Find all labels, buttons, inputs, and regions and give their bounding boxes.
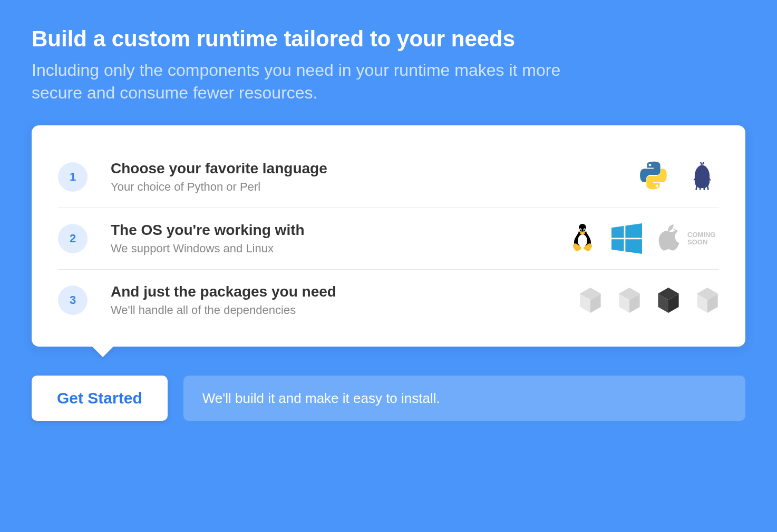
page-title: Build a custom runtime tailored to your … xyxy=(32,26,745,52)
windows-icon xyxy=(611,223,642,254)
package-icon-selected xyxy=(657,288,680,313)
package-icon xyxy=(579,288,602,313)
python-icon xyxy=(638,161,669,193)
perl-icon xyxy=(685,162,719,192)
svg-point-0 xyxy=(697,170,707,179)
svg-point-5 xyxy=(578,234,587,247)
package-icon xyxy=(696,288,719,313)
step-subtitle: Your choice of Python or Perl xyxy=(111,180,638,194)
package-icon xyxy=(618,288,641,313)
linux-icon xyxy=(569,223,596,254)
apple-coming-soon: COMING SOON xyxy=(658,224,719,253)
step-language: 1 Choose your favorite language Your cho… xyxy=(58,146,719,208)
step-number-badge: 2 xyxy=(58,224,88,253)
step-title: The OS you're working with xyxy=(111,222,569,239)
step-text: The OS you're working with We support Wi… xyxy=(111,222,569,255)
footer-note-text: We'll build it and make it easy to insta… xyxy=(202,390,440,407)
step-packages: 3 And just the packages you need We'll h… xyxy=(58,270,719,331)
step-text: Choose your favorite language Your choic… xyxy=(111,160,638,194)
header: Build a custom runtime tailored to your … xyxy=(32,26,745,104)
step-icons xyxy=(579,288,719,313)
get-started-button[interactable]: Get Started xyxy=(32,376,168,421)
page-subtitle: Including only the components you need i… xyxy=(32,59,611,104)
step-subtitle: We'll handle all of the dependencies xyxy=(111,303,579,317)
step-icons xyxy=(638,161,719,193)
step-text: And just the packages you need We'll han… xyxy=(111,283,579,317)
footer-note: We'll build it and make it easy to insta… xyxy=(183,376,745,421)
step-title: Choose your favorite language xyxy=(111,160,638,177)
footer: Get Started We'll build it and make it e… xyxy=(32,376,745,421)
step-title: And just the packages you need xyxy=(111,283,579,300)
apple-icon xyxy=(658,224,682,253)
step-icons: COMING SOON xyxy=(569,223,719,254)
step-subtitle: We support Windows and Linux xyxy=(111,242,569,255)
step-number-badge: 3 xyxy=(58,285,88,315)
step-os: 2 The OS you're working with We support … xyxy=(58,208,719,270)
svg-point-3 xyxy=(580,230,581,232)
steps-card: 1 Choose your favorite language Your cho… xyxy=(32,125,745,347)
svg-point-4 xyxy=(584,230,585,232)
step-number-badge: 1 xyxy=(58,162,88,192)
coming-soon-label: COMING SOON xyxy=(687,231,719,247)
